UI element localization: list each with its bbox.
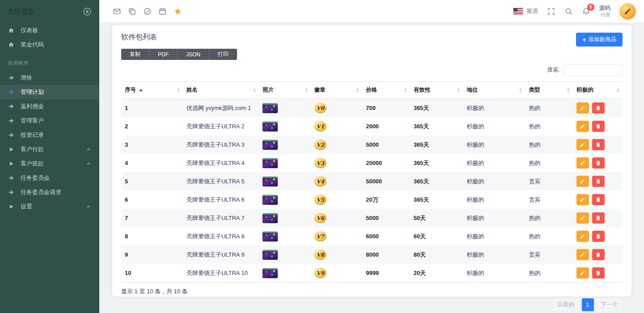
sidebar-item-customer-withdrawals[interactable]: 客户提款: [0, 156, 99, 171]
sidebar-item-rebate-commission[interactable]: 返利佣金: [0, 99, 99, 114]
edit-button[interactable]: [576, 249, 589, 260]
table-row: 7壳牌爱德王子ULTRA 7V6500050天积极的热的: [121, 209, 623, 227]
sidebar-item-task-board[interactable]: 任务委员会: [0, 171, 99, 185]
pagination-next-button[interactable]: 下一个: [596, 298, 623, 311]
sidebar-item-slider[interactable]: 滑块: [0, 71, 99, 85]
delete-button[interactable]: [592, 139, 605, 150]
export-button-pdf[interactable]: PDF: [149, 49, 178, 60]
column-header-label: 积极的: [576, 87, 593, 93]
sidebar-item-investment-records[interactable]: 投资记录: [0, 128, 99, 142]
cell-validity: 60天: [410, 227, 463, 245]
user-info[interactable]: 源码 行政: [599, 4, 610, 18]
column-header[interactable]: 有效性: [410, 82, 463, 99]
table-row: 2壳牌爱德王子ULTRA 2V12000365天积极的热的: [121, 117, 623, 135]
sort-icons: [177, 88, 180, 93]
delete-button[interactable]: [592, 212, 605, 224]
cell-type: 热的: [525, 99, 572, 118]
delete-button[interactable]: [592, 176, 605, 187]
fullscreen-icon[interactable]: [547, 7, 555, 16]
export-button-group: 复制PDFJSON打印: [121, 49, 237, 60]
column-header[interactable]: 序号: [121, 82, 183, 99]
level-badge: V0: [314, 103, 326, 113]
column-header[interactable]: 地位: [463, 82, 525, 99]
delete-button[interactable]: [592, 102, 605, 114]
cell-validity: 50天: [410, 209, 463, 227]
cell-name: 壳牌爱德王子ULTRA 8: [183, 227, 259, 245]
edit-button[interactable]: [576, 121, 589, 132]
delete-button[interactable]: [592, 157, 605, 169]
cell-photo: [259, 264, 310, 283]
cell-name: 壳牌爱德王子ULTRA 7: [183, 209, 259, 227]
copy-icon[interactable]: [128, 7, 136, 16]
cell-price: 5000: [362, 209, 410, 227]
table-row: 6壳牌爱德王子ULTRA 6V520万365天积极的贵宾: [121, 190, 623, 209]
cell-photo: [259, 172, 310, 190]
column-header[interactable]: 积极的: [573, 82, 623, 99]
search-icon[interactable]: [564, 7, 573, 16]
star-icon[interactable]: [174, 7, 182, 16]
notifications-bell-icon[interactable]: 5: [582, 7, 590, 16]
cell-badge: V8: [311, 245, 362, 264]
sidebar-item-label: 客户付款: [21, 145, 86, 153]
envelope-icon[interactable]: [113, 7, 121, 16]
cell-type: 热的: [525, 264, 572, 283]
column-header[interactable]: 徽章: [311, 82, 362, 99]
sidebar-item-dashboard[interactable]: 仪表板: [0, 23, 99, 38]
sidebar-item-settings[interactable]: 设置: [0, 199, 99, 214]
delete-button[interactable]: [592, 249, 605, 260]
bullseye-icon[interactable]: [82, 7, 92, 17]
pagination-previous-button[interactable]: 以前的: [553, 298, 580, 311]
cell-type: 热的: [525, 154, 572, 172]
sidebar-item-bonus-code[interactable]: 奖金代码: [0, 38, 99, 52]
cell-photo: [259, 117, 310, 135]
sidebar-item-label: 奖金代码: [21, 41, 91, 49]
edit-button[interactable]: [576, 139, 589, 150]
delete-button[interactable]: [592, 121, 605, 132]
edit-button[interactable]: [576, 231, 589, 242]
edit-button[interactable]: [576, 194, 589, 205]
packages-table: 序号姓名照片徽章价格有效性地位类型积极的 1优选网 yxymk源码.com 1V…: [121, 81, 623, 283]
column-header[interactable]: 价格: [362, 82, 410, 99]
sidebar-item-task-board-requests[interactable]: 任务委员会请求: [0, 185, 99, 199]
column-header[interactable]: 类型: [525, 82, 572, 99]
cell-serial: 6: [121, 190, 183, 209]
level-badge: V7: [314, 231, 326, 241]
delete-button[interactable]: [592, 267, 605, 279]
column-header[interactable]: 照片: [259, 82, 310, 99]
export-button-json[interactable]: JSON: [178, 49, 209, 60]
search-input[interactable]: [564, 64, 623, 76]
table-row: 10壳牌爱德王子ULTRA 10V9999920天积极的热的: [121, 264, 623, 283]
sidebar-item-customer-payments[interactable]: 客户付款: [0, 142, 99, 156]
pagination-page-1-button[interactable]: 1: [582, 298, 594, 311]
cell-photo: [259, 135, 310, 154]
edit-button[interactable]: [576, 102, 589, 114]
column-header-label: 徽章: [314, 87, 326, 93]
sidebar-item-manage-plans[interactable]: 管理计划: [0, 85, 99, 99]
export-button-copy[interactable]: 复制: [121, 49, 149, 60]
sidebar-logo[interactable]: 壳牌团队: [0, 0, 99, 23]
export-button-print[interactable]: 打印: [209, 49, 237, 60]
level-badge: V5: [314, 195, 326, 205]
sort-icons: [404, 88, 407, 93]
cell-badge: V9: [311, 264, 362, 283]
column-header[interactable]: 姓名: [183, 82, 259, 99]
sort-icons: [457, 88, 460, 93]
cell-price: 20000: [362, 154, 410, 172]
cell-price: 5000: [362, 135, 410, 154]
edit-button[interactable]: [576, 157, 589, 169]
edit-button[interactable]: [576, 212, 589, 224]
edit-button[interactable]: [576, 176, 589, 187]
delete-button[interactable]: [592, 194, 605, 205]
cell-validity: 365天: [410, 135, 463, 154]
check-circle-icon[interactable]: [143, 7, 152, 16]
calendar-icon[interactable]: [158, 7, 167, 16]
cell-serial: 3: [121, 135, 183, 154]
delete-button[interactable]: [592, 231, 605, 242]
search-label: 搜索:: [547, 66, 560, 74]
user-avatar[interactable]: [619, 3, 636, 20]
sidebar-item-manage-customers[interactable]: 管理客户: [0, 114, 99, 128]
add-new-product-button[interactable]: + 添加新商品: [576, 33, 623, 47]
language-selector[interactable]: 英语: [513, 7, 538, 15]
edit-button[interactable]: [576, 267, 589, 279]
cell-actions: [573, 135, 623, 154]
